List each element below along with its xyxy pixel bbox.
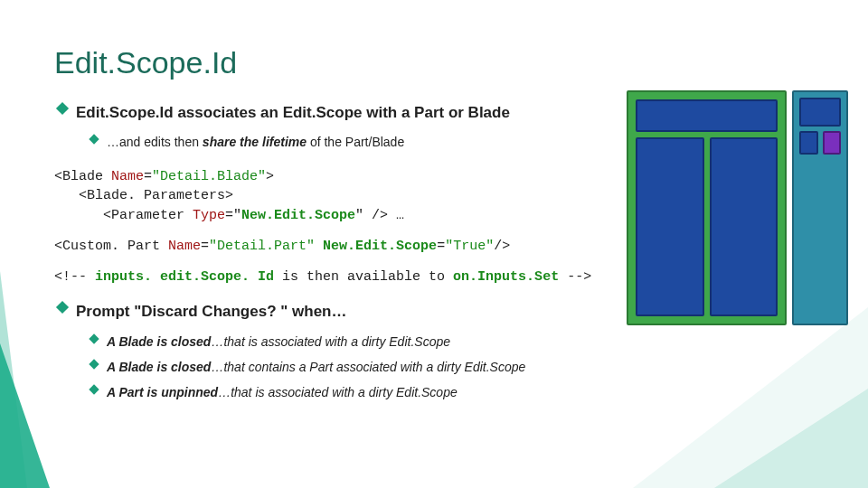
diagram-part bbox=[799, 98, 841, 127]
layout-diagram bbox=[627, 90, 848, 325]
bullet-icon bbox=[56, 102, 69, 115]
bullet-icon bbox=[89, 333, 99, 343]
bullet-2c-text: A Part is unpinned…that is associated wi… bbox=[107, 382, 458, 402]
bullet-1-text: Edit.Scope.Id associates an Edit.Scope w… bbox=[76, 104, 510, 121]
code-block-2: <Custom. Part Name="Detail.Part" New.Edi… bbox=[54, 237, 687, 257]
bullet-2: Prompt "Discard Changes? " when… bbox=[58, 299, 687, 324]
bullet-icon bbox=[89, 135, 99, 145]
bullet-2b-text: A Blade is closed…that contains a Part a… bbox=[107, 357, 525, 377]
slide: Edit.Scope.Id Edit.Scope.Id associates a… bbox=[0, 0, 868, 488]
bullet-1: Edit.Scope.Id associates an Edit.Scope w… bbox=[58, 100, 687, 125]
bullet-2a-text: A Blade is closed…that is associated wit… bbox=[107, 332, 450, 352]
decoration bbox=[714, 389, 868, 488]
slide-title: Edit.Scope.Id bbox=[54, 45, 814, 80]
bullet-2c: A Part is unpinned…that is associated wi… bbox=[90, 382, 687, 402]
diagram-part-highlight bbox=[823, 131, 842, 155]
bullet-icon bbox=[89, 385, 99, 395]
diagram-blade-large bbox=[627, 90, 787, 325]
diagram-part bbox=[799, 131, 818, 155]
diagram-part bbox=[710, 137, 778, 316]
diagram-part bbox=[636, 99, 778, 132]
bullet-1a: …and edits then share the lifetime of th… bbox=[90, 132, 687, 152]
diagram-blade-small bbox=[792, 90, 848, 325]
diagram-row bbox=[636, 137, 778, 316]
diagram-part bbox=[636, 137, 704, 316]
bullet-2-text: Prompt "Discard Changes? " when… bbox=[76, 303, 347, 320]
diagram-row bbox=[799, 131, 841, 155]
bullet-icon bbox=[56, 301, 69, 314]
decoration bbox=[0, 343, 50, 488]
bullet-1a-text: …and edits then share the lifetime of th… bbox=[107, 132, 404, 152]
bullet-2b: A Blade is closed…that contains a Part a… bbox=[90, 357, 687, 377]
code-block-3: <!-- inputs. edit.Scope. Id is then avai… bbox=[54, 267, 687, 287]
bullet-icon bbox=[89, 359, 99, 369]
bullet-2a: A Blade is closed…that is associated wit… bbox=[90, 332, 687, 352]
slide-content: Edit.Scope.Id associates an Edit.Scope w… bbox=[54, 100, 687, 403]
code-block-1: <Blade Name="Detail.Blade"> <Blade. Para… bbox=[54, 167, 687, 226]
